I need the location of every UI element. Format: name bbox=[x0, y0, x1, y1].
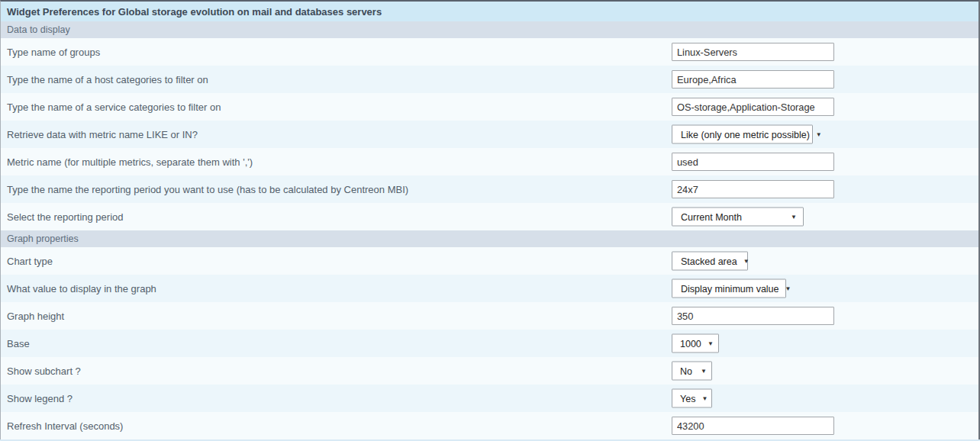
host-categories-input[interactable] bbox=[672, 70, 834, 89]
form-row: Show subchart ? No ▼ bbox=[1, 357, 978, 385]
reporting-period-name-input[interactable] bbox=[672, 180, 834, 198]
form-row: Type name of groups bbox=[1, 38, 978, 66]
field-label: Type name of groups bbox=[7, 47, 100, 58]
field-label: Graph height bbox=[7, 311, 64, 322]
selected-option-label: Yes bbox=[680, 393, 695, 404]
section-title: Graph properties bbox=[7, 233, 79, 244]
value-display-select[interactable]: Display minimum value ▼ bbox=[672, 279, 786, 298]
field-label: Type the name the reporting period you w… bbox=[7, 184, 408, 195]
metric-like-select[interactable]: Like (only one metric possible) ▼ bbox=[672, 125, 813, 144]
groups-input[interactable] bbox=[672, 43, 834, 61]
widget-preferences-panel: Widget Preferences for Global storage ev… bbox=[0, 0, 980, 439]
selected-option-label: No bbox=[680, 365, 692, 376]
form-row: Type the name of a host categories to fi… bbox=[1, 66, 978, 93]
field-label: Chart type bbox=[7, 256, 53, 267]
field-label: Show subchart ? bbox=[7, 365, 81, 377]
selected-option-label: Current Month bbox=[681, 211, 742, 222]
form-row: Type the name of a service categories to… bbox=[1, 93, 978, 121]
field-label: Type the name of a host categories to fi… bbox=[7, 74, 208, 85]
legend-select[interactable]: Yes ▼ bbox=[672, 389, 712, 408]
chart-type-select[interactable]: Stacked area ▼ bbox=[672, 252, 748, 271]
dropdown-caret-icon: ▼ bbox=[708, 340, 714, 347]
service-categories-input[interactable] bbox=[672, 98, 834, 116]
form-row: Refresh Interval (seconds) bbox=[1, 412, 978, 439]
field-label: Metric name (for multiple metrics, separ… bbox=[7, 156, 253, 168]
dropdown-caret-icon: ▼ bbox=[701, 368, 707, 375]
base-select[interactable]: 1000 ▼ bbox=[672, 334, 719, 353]
dropdown-caret-icon: ▼ bbox=[785, 285, 791, 292]
field-label: Base bbox=[7, 338, 30, 349]
graph-height-input[interactable] bbox=[672, 307, 834, 325]
dropdown-caret-icon: ▼ bbox=[743, 258, 750, 265]
selected-option-label: Like (only one metric possible) bbox=[681, 129, 810, 140]
dropdown-caret-icon: ▼ bbox=[701, 395, 708, 402]
section-header-graph-properties: Graph properties bbox=[1, 230, 978, 247]
form-row: Metric name (for multiple metrics, separ… bbox=[1, 148, 978, 175]
form-row: Type the name the reporting period you w… bbox=[1, 175, 978, 203]
form-row: Show legend ? Yes ▼ bbox=[1, 385, 978, 412]
panel-title-bar: Widget Preferences for Global storage ev… bbox=[1, 2, 978, 21]
section-title: Data to display bbox=[7, 24, 70, 35]
dropdown-caret-icon: ▼ bbox=[791, 214, 797, 220]
subchart-select[interactable]: No ▼ bbox=[672, 362, 712, 381]
metric-name-input[interactable] bbox=[672, 153, 834, 171]
field-label: Show legend ? bbox=[7, 393, 73, 404]
form-row: Select the reporting period Current Mont… bbox=[1, 203, 978, 230]
form-row: Graph height bbox=[1, 302, 978, 330]
field-label: Type the name of a service categories to… bbox=[7, 101, 221, 113]
selected-option-label: 1000 bbox=[680, 338, 701, 349]
reporting-period-select[interactable]: Current Month ▼ bbox=[672, 208, 804, 227]
refresh-interval-input[interactable] bbox=[672, 417, 834, 435]
form-row: Retrieve data with metric name LIKE or I… bbox=[1, 121, 978, 148]
form-row: Chart type Stacked area ▼ bbox=[1, 247, 978, 275]
section-header-data-to-display: Data to display bbox=[1, 21, 978, 38]
field-label: Select the reporting period bbox=[7, 211, 123, 223]
form-row: What value to display in the graph Displ… bbox=[1, 275, 978, 302]
panel-title: Widget Preferences for Global storage ev… bbox=[7, 6, 382, 18]
field-label: What value to display in the graph bbox=[7, 283, 156, 295]
field-label: Retrieve data with metric name LIKE or I… bbox=[7, 129, 198, 140]
field-label: Refresh Interval (seconds) bbox=[7, 420, 123, 432]
dropdown-caret-icon: ▼ bbox=[816, 131, 822, 138]
selected-option-label: Display minimum value bbox=[681, 283, 779, 294]
selected-option-label: Stacked area bbox=[681, 256, 737, 266]
form-row: Base 1000 ▼ bbox=[1, 330, 978, 357]
